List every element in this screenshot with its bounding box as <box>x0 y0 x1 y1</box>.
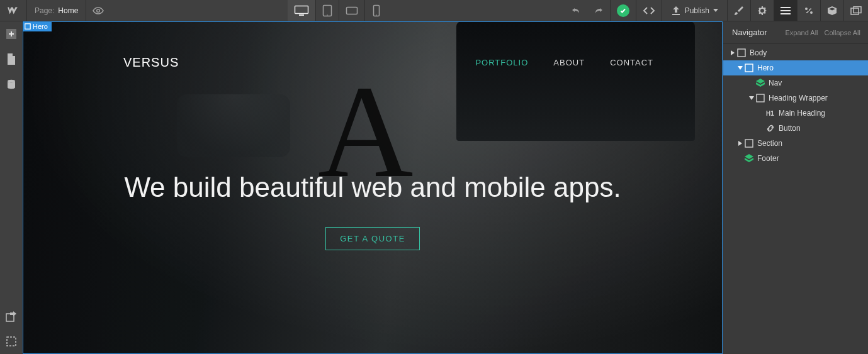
main-heading[interactable]: We build beautiful web and mobile apps. <box>23 170 723 204</box>
tree-row-main-heading[interactable]: H1Main Heading <box>723 106 868 121</box>
webflow-logo-icon <box>6 4 20 18</box>
gear-icon <box>757 6 767 16</box>
status-button[interactable] <box>610 0 636 21</box>
tree-label: Section <box>757 139 782 148</box>
section-icon <box>25 23 31 30</box>
device-desktop-button[interactable] <box>288 0 315 21</box>
tree-row-section[interactable]: Section <box>723 136 868 151</box>
chevron-right-icon <box>737 155 743 162</box>
hero-copy: We build beautiful web and mobile apps. … <box>23 170 723 250</box>
chevron-right-icon[interactable] <box>737 140 743 147</box>
tree-row-body[interactable]: Body <box>723 45 868 60</box>
code-icon <box>643 6 655 15</box>
svg-text:H1: H1 <box>766 110 774 117</box>
brush-icon <box>734 6 744 16</box>
panel-tab-assets[interactable] <box>820 0 843 21</box>
hero-section[interactable]: A VERSUS PORTFOLIO ABOUT CONTACT We buil… <box>23 21 723 354</box>
section-icon <box>756 94 765 102</box>
tree-row-hero[interactable]: Hero <box>723 60 868 75</box>
svg-point-10 <box>810 11 813 14</box>
svg-point-14 <box>8 80 15 83</box>
code-button[interactable] <box>636 0 662 21</box>
selection-tag[interactable]: Hero <box>23 21 52 31</box>
panel-tab-navigator[interactable] <box>774 0 797 21</box>
publish-button[interactable]: Publish <box>662 0 727 21</box>
svg-rect-12 <box>854 6 861 13</box>
section-icon <box>745 64 753 72</box>
device-tablet-landscape-button[interactable] <box>339 0 364 21</box>
svg-rect-17 <box>25 24 30 29</box>
device-tablet-button[interactable] <box>315 0 339 21</box>
chevron-right-icon[interactable] <box>730 50 736 56</box>
panel-tab-settings[interactable] <box>750 0 774 21</box>
tree-row-heading-wrapper[interactable]: Heading Wrapper <box>723 91 868 106</box>
svg-rect-19 <box>745 64 753 72</box>
panel-tab-style[interactable] <box>727 0 750 21</box>
panel-tab-backup[interactable] <box>843 0 868 21</box>
site-nav: VERSUS PORTFOLIO ABOUT CONTACT <box>23 55 723 70</box>
success-icon <box>617 4 629 17</box>
menu-link-portfolio[interactable]: PORTFOLIO <box>475 58 528 67</box>
page-name: Home <box>58 6 78 15</box>
svg-rect-22 <box>745 140 753 147</box>
preview-button[interactable] <box>86 0 110 21</box>
svg-rect-11 <box>851 8 859 14</box>
tree-row-nav[interactable]: Nav <box>723 75 868 91</box>
selection-icon <box>6 336 17 347</box>
svg-rect-5 <box>347 7 358 14</box>
svg-rect-3 <box>324 5 332 16</box>
chevron-down-icon[interactable] <box>737 65 743 71</box>
svg-rect-6 <box>373 5 379 16</box>
page-selector[interactable]: Page: Home <box>26 0 86 21</box>
svg-rect-8 <box>672 14 680 15</box>
top-toolbar: Page: Home <box>0 0 868 21</box>
decor-monitor <box>456 21 694 141</box>
images-icon <box>850 6 862 15</box>
export-button[interactable] <box>0 304 23 329</box>
section-icon <box>745 139 753 148</box>
svg-point-7 <box>376 14 377 16</box>
svg-rect-16 <box>7 337 16 346</box>
tree-row-button[interactable]: Button <box>723 121 868 136</box>
design-canvas[interactable]: A VERSUS PORTFOLIO ABOUT CONTACT We buil… <box>23 21 723 354</box>
symbol-icon <box>745 154 753 163</box>
cta-button[interactable]: GET A QUOTE <box>325 227 420 250</box>
panel-tab-interactions[interactable] <box>797 0 820 21</box>
eye-icon <box>93 7 104 14</box>
symbol-icon <box>756 79 765 87</box>
undo-button[interactable] <box>565 0 587 21</box>
selection-mode-button[interactable] <box>0 329 23 354</box>
publish-icon <box>671 6 681 15</box>
svg-rect-18 <box>738 49 745 57</box>
tree-row-footer[interactable]: Footer <box>723 151 868 166</box>
box-icon <box>827 6 837 16</box>
publish-label: Publish <box>685 6 709 15</box>
chevron-down-icon <box>713 9 718 12</box>
menu-link-contact[interactable]: CONTACT <box>610 58 653 67</box>
plus-box-icon <box>6 28 17 40</box>
device-phone-button[interactable] <box>364 0 387 21</box>
interactions-icon <box>804 6 814 16</box>
site-brand[interactable]: VERSUS <box>123 55 179 70</box>
redo-button[interactable] <box>587 0 610 21</box>
cms-button[interactable] <box>0 72 23 97</box>
left-sidebar <box>0 21 23 354</box>
chevron-right-icon <box>758 110 765 116</box>
navigator-header: Navigator Expand All Collapse All <box>723 21 868 44</box>
menu-link-about[interactable]: ABOUT <box>553 58 585 67</box>
collapse-all-button[interactable]: Collapse All <box>825 29 860 36</box>
expand-all-button[interactable]: Expand All <box>786 29 818 36</box>
link-icon <box>766 124 775 133</box>
tree-label: Main Heading <box>779 109 825 118</box>
pages-button[interactable] <box>0 47 23 72</box>
webflow-logo-button[interactable] <box>0 0 26 21</box>
page-label: Page: <box>35 6 54 15</box>
tablet-icon <box>322 4 332 17</box>
undo-icon <box>572 7 580 14</box>
selection-tag-label: Hero <box>33 22 48 31</box>
add-elements-button[interactable] <box>0 21 23 47</box>
navigator-tree: BodyHeroNavHeading WrapperH1Main Heading… <box>723 44 868 166</box>
phone-icon <box>373 4 380 17</box>
chevron-down-icon[interactable] <box>748 95 755 101</box>
svg-point-9 <box>805 8 808 10</box>
